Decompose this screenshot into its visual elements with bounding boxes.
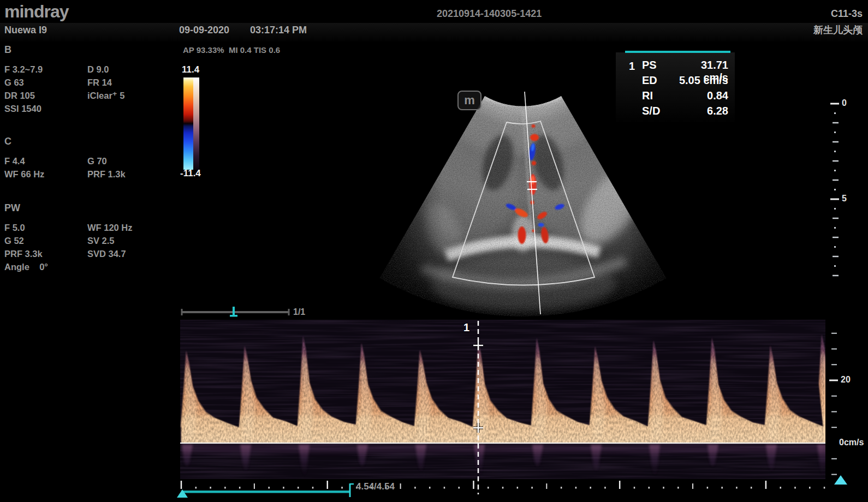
probe-name: C11-3s xyxy=(831,9,863,20)
sweep-duration-label: 4.54/4.54 xyxy=(356,482,395,492)
measurement-label: RI xyxy=(642,89,674,105)
param-value: G 63 xyxy=(4,77,87,91)
depth-scale xyxy=(830,104,839,276)
param-section-b: B F 3.2~7.9D 9.0G 63FR 14DR 105iClear⁺ 5… xyxy=(4,45,168,117)
param-section-title: PW xyxy=(4,203,168,214)
machine-model: Nuewa I9 xyxy=(4,25,47,36)
exam-preset: 新生儿头颅 xyxy=(813,25,863,36)
param-row: PRF 3.3kSVD 34.7 xyxy=(4,249,168,262)
exam-id: 20210914-140305-1421 xyxy=(437,9,542,20)
spectral-display xyxy=(177,307,868,498)
depth-label: 0 xyxy=(842,98,847,108)
measurement-label: S/D xyxy=(642,105,674,120)
param-value: SV 2.5 xyxy=(87,236,115,249)
param-value: PRF 3.3k xyxy=(4,249,87,262)
color-velocity-map xyxy=(183,77,193,170)
ultrasound-screen: mindray Nuewa I9 20210914-140305-1421 C1… xyxy=(0,0,868,502)
param-value: F 5.0 xyxy=(4,223,87,236)
mindray-logo: mindray xyxy=(4,2,68,21)
param-row: F 4.4G 70 xyxy=(4,156,168,169)
param-row: SSI 1540 xyxy=(4,104,168,117)
param-value: G 52 xyxy=(4,236,87,249)
spectral-noise xyxy=(180,320,825,479)
param-value: F 4.4 xyxy=(4,156,87,169)
param-value: FR 14 xyxy=(87,77,112,91)
cursor-number-label: 1 xyxy=(463,321,469,333)
measurement-index: 1 xyxy=(629,60,635,72)
param-row: G 52SV 2.5 xyxy=(4,236,168,249)
param-value: F 3.2~7.9 xyxy=(4,64,87,77)
param-value: SVD 34.7 xyxy=(87,249,126,262)
depth-label: 5 xyxy=(842,194,847,204)
measurement-row: PS31.71 cm/s xyxy=(642,59,728,74)
acquisition-date: 09-09-2020 xyxy=(179,25,229,36)
param-row: G 63FR 14 xyxy=(4,77,168,91)
measurement-row: ED5.05 cm/s xyxy=(642,74,728,89)
gray-tint-map xyxy=(193,77,199,170)
velocity-scale xyxy=(829,333,838,475)
param-value: D 9.0 xyxy=(87,64,109,77)
param-value: PRF 1.3k xyxy=(87,169,126,182)
param-section-c: C F 4.4G 70WF 66 HzPRF 1.3k xyxy=(4,136,168,182)
param-value: Angle 0° xyxy=(4,262,87,275)
param-value: DR 105 xyxy=(4,91,87,104)
param-row: WF 66 HzPRF 1.3k xyxy=(4,169,168,182)
measurement-value: 0.84 xyxy=(674,89,728,105)
param-row: DR 105iClear⁺ 5 xyxy=(4,91,168,104)
measurement-row: S/D6.28 xyxy=(642,105,728,120)
param-value: WF 120 Hz xyxy=(87,223,133,236)
param-value: WF 66 Hz xyxy=(4,169,87,182)
param-section-title: B xyxy=(4,45,168,56)
measurement-label: PS xyxy=(642,59,674,74)
color-scale-min-label: -11.4 xyxy=(180,169,201,179)
measurement-panel-accent xyxy=(625,51,730,53)
brand-mark-badge: m xyxy=(457,91,481,110)
measurement-panel: PS31.71 cm/sED5.05 cm/sRI0.84S/D6.28 xyxy=(642,59,728,120)
param-value: G 70 xyxy=(87,156,107,169)
live-position-triangle xyxy=(834,475,847,485)
measurement-value: 5.05 cm/s xyxy=(674,74,728,89)
velocity-label: 20 xyxy=(841,375,851,385)
acoustic-output-readout: AP 93.33% MI 0.4 TIS 0.6 xyxy=(183,46,280,55)
measurement-label: ED xyxy=(642,74,674,89)
velocity-label: 0cm/s xyxy=(839,438,864,447)
bmode-image xyxy=(376,82,677,322)
measurement-value: 6.28 xyxy=(674,105,728,120)
cine-scrollbar[interactable] xyxy=(181,307,289,317)
param-row: F 5.0WF 120 Hz xyxy=(4,223,168,236)
param-value: iClear⁺ 5 xyxy=(87,91,124,104)
color-scale-max-label: 11.4 xyxy=(182,65,199,75)
measurement-row: RI0.84 xyxy=(642,89,728,105)
param-row: Angle 0° xyxy=(4,262,168,275)
param-row: F 3.2~7.9D 9.0 xyxy=(4,64,168,77)
time-ruler xyxy=(181,481,825,489)
param-section-pw: PW F 5.0WF 120 HzG 52SV 2.5PRF 3.3kSVD 3… xyxy=(4,203,168,275)
measurement-value: 31.71 cm/s xyxy=(674,59,728,74)
param-section-title: C xyxy=(4,136,168,147)
cine-page-label: 1/1 xyxy=(293,307,305,317)
param-value: SSI 1540 xyxy=(4,104,87,117)
acquisition-time: 03:17:14 PM xyxy=(250,25,307,36)
color-scale-bar xyxy=(183,77,199,170)
